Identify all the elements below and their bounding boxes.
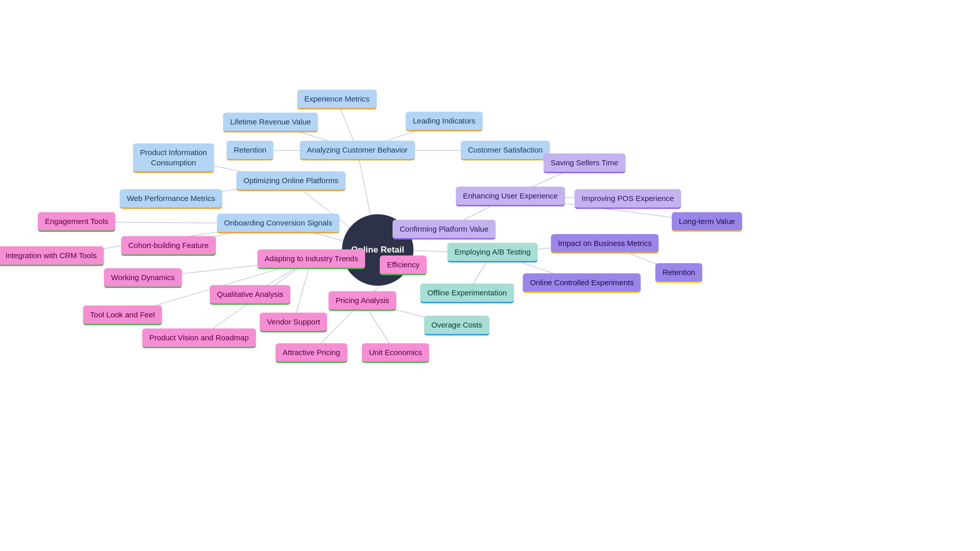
efficiency-node[interactable]: Efficiency [380,256,427,276]
retention-right-node[interactable]: Retention [655,263,702,283]
qualitative-analysis-node[interactable]: Qualitative Analysis [210,285,290,305]
long-term-value-node[interactable]: Long-term Value [672,212,742,232]
optimizing-online-node[interactable]: Optimizing Online Platforms [236,171,346,191]
enhancing-ux-node[interactable]: Enhancing User Experience [456,187,565,207]
mindmap-canvas: Online RetailExperience MetricsLifetime … [0,0,980,551]
pricing-analysis-node[interactable]: Pricing Analysis [328,291,396,311]
analyzing-customer-node[interactable]: Analyzing Customer Behavior [300,141,415,161]
unit-economics-node[interactable]: Unit Economics [362,343,429,363]
saving-sellers-node[interactable]: Saving Sellers Time [544,154,626,173]
online-controlled-node[interactable]: Online Controlled Experiments [523,273,641,293]
overage-costs-node[interactable]: Overage Costs [424,316,489,336]
attractive-pricing-node[interactable]: Attractive Pricing [276,343,348,363]
onboarding-conversion-node[interactable]: Onboarding Conversion Signals [217,214,339,234]
offline-experimentation-node[interactable]: Offline Experimentation [420,284,514,304]
vendor-support-node[interactable]: Vendor Support [260,313,327,333]
leading-indicators-node[interactable]: Leading Indicators [406,112,483,132]
customer-satisfaction-node[interactable]: Customer Satisfaction [461,141,550,161]
adapting-industry-node[interactable]: Adapting to Industry Trends [257,249,365,269]
tool-look-feel-node[interactable]: Tool Look and Feel [83,306,162,325]
cohort-building-node[interactable]: Cohort-building Feature [121,236,216,256]
working-dynamics-node[interactable]: Working Dynamics [104,268,182,288]
product-info-node[interactable]: Product Information Consumption [133,143,214,173]
web-performance-node[interactable]: Web Performance Metrics [119,189,222,209]
engagement-tools-node[interactable]: Engagement Tools [38,212,115,232]
integration-crm-node[interactable]: Integration with CRM Tools [0,246,104,266]
lifetime-revenue-node[interactable]: Lifetime Revenue Value [223,113,318,133]
improving-pos-node[interactable]: Improving POS Experience [575,189,681,209]
employing-ab-node[interactable]: Employing A/B Testing [448,243,538,263]
experience-metrics-node[interactable]: Experience Metrics [297,90,377,110]
product-vision-node[interactable]: Product Vision and Roadmap [142,329,256,348]
confirming-platform-node[interactable]: Confirming Platform Value [393,220,496,240]
impact-business-node[interactable]: Impact on Business Metrics [551,234,658,254]
retention-left-node[interactable]: Retention [227,141,274,161]
